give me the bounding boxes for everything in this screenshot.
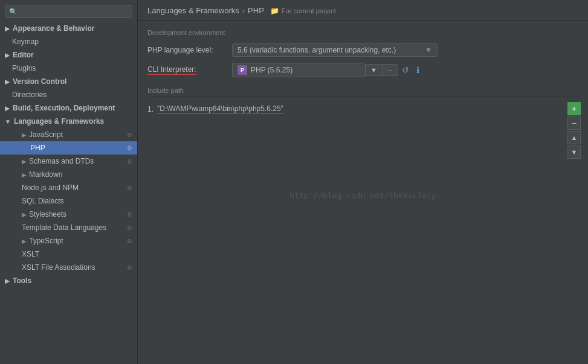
main-layout: 🔍 ▶ Appearance & Behavior Keymap ▶ Edito… xyxy=(0,0,588,364)
breadcrumb-separator: › xyxy=(242,6,245,15)
sidebar-item-stylesheets[interactable]: ▶ Stylesheets ⚙ xyxy=(0,208,137,221)
sidebar-item-label: Directories xyxy=(12,91,47,99)
sidebar-item-label: Appearance & Behavior xyxy=(13,24,94,33)
arrow-icon: ▶ xyxy=(5,78,10,85)
project-icon: 📁 xyxy=(270,7,279,15)
add-path-button[interactable]: + xyxy=(567,102,581,115)
breadcrumb: Languages & Frameworks › PHP xyxy=(147,6,264,15)
settings-icon: ⚙ xyxy=(127,264,132,271)
sidebar-item-markdown[interactable]: ▶ Markdown xyxy=(0,168,137,181)
settings-icon: ⚙ xyxy=(127,211,132,218)
remove-path-button[interactable]: − xyxy=(567,117,581,130)
cli-value: PHP (5.6.25) xyxy=(251,66,292,74)
sidebar-item-label: Build, Execution, Deployment xyxy=(13,104,115,112)
sidebar-item-plugins[interactable]: Plugins xyxy=(0,62,137,75)
breadcrumb-part1: Languages & Frameworks xyxy=(147,6,239,15)
dev-env-title: Development environment xyxy=(147,29,578,36)
cli-dots-button[interactable]: ··· xyxy=(383,64,398,76)
search-box[interactable]: 🔍 xyxy=(5,5,132,18)
sidebar-item-label: Schemas and DTDs xyxy=(29,157,94,165)
sidebar-item-javascript[interactable]: ▶ JavaScript ⚙ xyxy=(0,128,137,141)
sidebar-item-label: Editor xyxy=(13,51,34,59)
sidebar-item-label: JavaScript xyxy=(29,130,63,139)
sidebar-item-label: Template Data Languages xyxy=(22,223,106,232)
sidebar-item-version-control[interactable]: ▶ Version Control xyxy=(0,75,137,88)
include-path-title: Include path xyxy=(147,87,578,97)
sidebar-item-typescript[interactable]: ▶ TypeScript ⚙ xyxy=(0,234,137,247)
sidebar-item-label: Plugins xyxy=(12,64,36,72)
search-input[interactable] xyxy=(20,7,128,16)
sidebar-item-label: Keymap xyxy=(12,37,39,46)
sidebar-item-label: Markdown xyxy=(29,170,62,179)
sidebar-item-xslt-file[interactable]: XSLT File Associations ⚙ xyxy=(0,261,137,274)
content-area: Languages & Frameworks › PHP 📁 For curre… xyxy=(138,0,588,364)
php-level-label: PHP language level: xyxy=(147,46,232,54)
sidebar-item-label: Tools xyxy=(13,276,31,285)
path-number: 1. xyxy=(147,105,153,113)
sidebar-item-label: Version Control xyxy=(13,77,66,86)
settings-icon: ⚙ xyxy=(127,185,132,191)
cli-interpreter-row: CLI Interpreter: P PHP (5.6.25) ▼ ··· ↺ … xyxy=(147,63,578,77)
sidebar-item-label: Node.js and NPM xyxy=(22,184,79,192)
arrow-expanded-icon: ▼ xyxy=(5,118,11,125)
sidebar-item-label: XSLT xyxy=(22,250,39,258)
sidebar: 🔍 ▶ Appearance & Behavior Keymap ▶ Edito… xyxy=(0,0,138,364)
arrow-icon: ▶ xyxy=(22,171,27,178)
sidebar-item-build[interactable]: ▶ Build, Execution, Deployment xyxy=(0,101,137,115)
settings-icon: ⚙ xyxy=(127,225,132,231)
settings-icon: ⚙ xyxy=(127,158,132,165)
cli-controls: P PHP (5.6.25) ▼ ··· ↺ ℹ xyxy=(232,63,423,77)
sidebar-item-label: Stylesheets xyxy=(29,210,66,219)
arrow-icon: ▶ xyxy=(22,211,27,218)
cli-label: CLI Interpreter: xyxy=(147,65,232,75)
arrow-icon: ▶ xyxy=(5,52,10,59)
sidebar-item-schemas[interactable]: ▶ Schemas and DTDs ⚙ xyxy=(0,155,137,168)
search-icon: 🔍 xyxy=(9,8,18,16)
arrow-icon: ▶ xyxy=(22,238,27,244)
arrow-icon: ▶ xyxy=(22,158,27,165)
sidebar-item-label: SQL Dialects xyxy=(22,197,64,205)
include-path-container: 1. "D:\WAMP\wamp64\bin\php\php5.6.25" + … xyxy=(147,102,578,117)
path-action-buttons: + − ▲ ▼ xyxy=(567,102,581,159)
for-project-label: 📁 For current project xyxy=(270,7,336,15)
sidebar-item-xslt[interactable]: XSLT xyxy=(0,247,137,261)
php-level-value: 5.6 (variadic functions, argument unpack… xyxy=(237,46,396,54)
cli-refresh-button[interactable]: ↺ xyxy=(398,63,413,77)
php-level-select[interactable]: 5.6 (variadic functions, argument unpack… xyxy=(232,43,438,57)
cli-label-text: CLI Interpreter: xyxy=(147,65,196,75)
sidebar-item-template[interactable]: Template Data Languages ⚙ xyxy=(0,221,137,234)
cli-dropdown-button[interactable]: ▼ xyxy=(365,64,383,76)
sidebar-item-appearance[interactable]: ▶ Appearance & Behavior xyxy=(0,22,137,35)
arrow-icon: ▶ xyxy=(5,278,10,284)
cli-select[interactable]: P PHP (5.6.25) xyxy=(232,63,365,77)
breadcrumb-part2: PHP xyxy=(248,6,264,15)
include-path-section: Include path 1. "D:\WAMP\wamp64\bin\php\… xyxy=(147,87,578,117)
sidebar-item-keymap[interactable]: Keymap xyxy=(0,35,137,48)
cli-info-button[interactable]: ℹ xyxy=(413,63,423,77)
sidebar-item-nodejs[interactable]: Node.js and NPM ⚙ xyxy=(0,181,137,194)
settings-icon: ⚙ xyxy=(127,238,132,244)
move-up-button[interactable]: ▲ xyxy=(567,131,581,144)
dropdown-arrow-icon: ▼ xyxy=(425,46,432,54)
settings-icon: ⚙ xyxy=(127,145,132,152)
sidebar-item-directories[interactable]: Directories xyxy=(0,88,137,101)
project-text: For current project xyxy=(282,7,336,14)
content-header: Languages & Frameworks › PHP 📁 For curre… xyxy=(138,0,588,21)
settings-icon: ⚙ xyxy=(127,132,132,138)
arrow-icon: ▶ xyxy=(5,105,10,112)
sidebar-item-tools[interactable]: ▶ Tools xyxy=(0,274,137,287)
sidebar-item-editor[interactable]: ▶ Editor xyxy=(0,48,137,62)
sidebar-item-sql[interactable]: SQL Dialects xyxy=(0,194,137,208)
sidebar-item-label: XSLT File Associations xyxy=(22,263,95,272)
arrow-icon: ▶ xyxy=(5,25,10,32)
sidebar-item-label: PHP xyxy=(30,144,45,152)
sidebar-item-languages[interactable]: ▼ Languages & Frameworks xyxy=(0,115,137,128)
php-level-row: PHP language level: 5.6 (variadic functi… xyxy=(147,43,578,57)
move-down-button[interactable]: ▼ xyxy=(567,145,581,159)
content-body: Development environment PHP language lev… xyxy=(138,21,588,364)
arrow-icon: ▶ xyxy=(22,132,27,138)
sidebar-item-label: TypeScript xyxy=(29,237,63,245)
php-icon: P xyxy=(237,65,247,75)
watermark-text: http://blog.csdn.net/theVicTory xyxy=(289,191,436,200)
sidebar-item-php[interactable]: PHP ⚙ xyxy=(0,141,137,155)
